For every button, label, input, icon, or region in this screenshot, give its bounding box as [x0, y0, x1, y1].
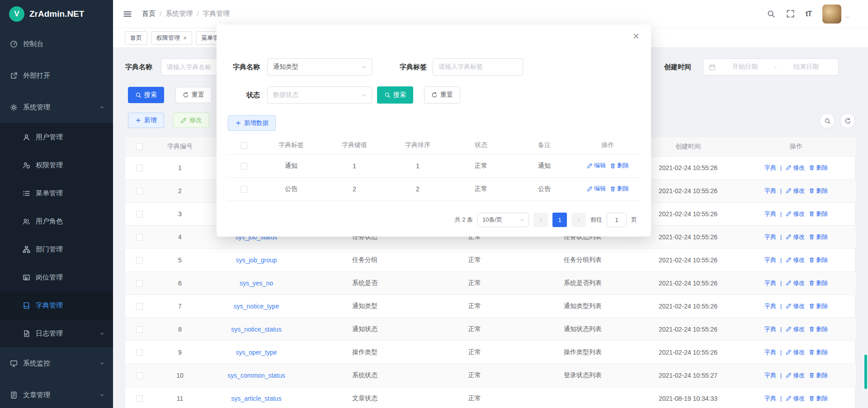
edit-link[interactable]: 修改: [786, 164, 805, 172]
toggle-search-button[interactable]: [820, 113, 835, 128]
dict-tag-input[interactable]: 请输入字典标签: [433, 58, 523, 76]
add-data-button[interactable]: 新增数据: [228, 115, 276, 131]
row-checkbox[interactable]: [136, 395, 143, 402]
edit-link[interactable]: 编辑: [587, 161, 606, 170]
sidebar-item-log-management[interactable]: 日志管理: [0, 319, 113, 347]
row-checkbox[interactable]: [136, 257, 143, 264]
delete-link[interactable]: 删除: [809, 371, 828, 380]
sidebar-item-dictionary-management[interactable]: 字典管理: [0, 291, 113, 319]
sidebar-item-system-management[interactable]: 系统管理: [0, 91, 113, 123]
delete-link[interactable]: 删除: [610, 161, 629, 170]
page-size-select[interactable]: 10条/页: [477, 213, 529, 227]
dict-type-link[interactable]: sys_notice_status: [231, 326, 281, 333]
dict-detail-link[interactable]: 字典: [764, 164, 776, 172]
hamburger-icon[interactable]: [123, 9, 132, 19]
dict-detail-link[interactable]: 字典: [764, 233, 776, 241]
current-page[interactable]: 1: [552, 213, 567, 227]
delete-link[interactable]: 删除: [809, 210, 828, 218]
edit-link[interactable]: 修改: [786, 210, 805, 218]
row-checkbox[interactable]: [136, 280, 143, 287]
delete-link[interactable]: 删除: [809, 348, 828, 356]
dialog-search-button[interactable]: 搜索: [377, 86, 413, 104]
delete-link[interactable]: 删除: [610, 185, 629, 193]
delete-link[interactable]: 删除: [809, 233, 828, 241]
dict-type-link[interactable]: sys_oper_type: [236, 349, 277, 356]
dict-type-link[interactable]: sys_notice_type: [234, 303, 279, 310]
edit-link[interactable]: 修改: [786, 233, 805, 241]
status-select[interactable]: 数据状态: [267, 86, 372, 104]
reset-button[interactable]: 重置: [175, 87, 212, 103]
search-button[interactable]: 搜索: [128, 87, 164, 103]
avatar[interactable]: [822, 5, 841, 24]
row-checkbox[interactable]: [136, 234, 143, 241]
delete-link[interactable]: 删除: [809, 256, 828, 264]
dict-detail-link[interactable]: 字典: [764, 348, 776, 356]
close-icon[interactable]: ×: [633, 31, 639, 42]
delete-link[interactable]: 删除: [809, 279, 828, 287]
dict-detail-link[interactable]: 字典: [764, 302, 776, 310]
row-checkbox[interactable]: [136, 303, 143, 310]
dict-type-link[interactable]: sys_yes_no: [240, 280, 273, 287]
row-checkbox[interactable]: [136, 211, 143, 218]
tab-1[interactable]: 权限管理×: [151, 31, 192, 45]
select-all-checkbox[interactable]: [241, 142, 247, 149]
dict-detail-link[interactable]: 字典: [764, 394, 776, 403]
edit-link[interactable]: 修改: [786, 325, 805, 333]
delete-link[interactable]: 删除: [809, 164, 828, 172]
delete-link[interactable]: 删除: [809, 187, 828, 195]
dict-detail-link[interactable]: 字典: [764, 371, 776, 380]
sidebar-item-console[interactable]: 控制台: [0, 28, 113, 60]
refresh-table-button[interactable]: [840, 113, 855, 128]
edit-link[interactable]: 修改: [786, 302, 805, 310]
sidebar-item-article-management[interactable]: 文章管理: [0, 379, 113, 408]
dict-type-link[interactable]: sys_job_group: [236, 256, 277, 264]
row-checkbox[interactable]: [136, 188, 143, 195]
dict-detail-link[interactable]: 字典: [764, 279, 776, 287]
row-checkbox[interactable]: [241, 186, 247, 193]
dict-detail-link[interactable]: 字典: [764, 256, 776, 264]
edit-link[interactable]: 修改: [786, 394, 805, 403]
breadcrumb-item[interactable]: 首页: [142, 9, 156, 18]
sidebar-item-user-management[interactable]: 用户管理: [0, 123, 113, 151]
delete-link[interactable]: 删除: [809, 394, 828, 403]
edit-link[interactable]: 修改: [786, 371, 805, 380]
edit-link[interactable]: 修改: [786, 187, 805, 195]
sidebar-item-department-management[interactable]: 部门管理: [0, 235, 113, 263]
prev-page-button[interactable]: [533, 213, 548, 227]
sidebar-item-external-open[interactable]: 外部打开: [0, 60, 113, 91]
dict-name-select[interactable]: 通知类型: [267, 58, 372, 76]
goto-page-input[interactable]: [607, 213, 627, 227]
fullscreen-icon[interactable]: [786, 9, 795, 18]
sidebar-item-post-management[interactable]: 岗位管理: [0, 263, 113, 291]
tab-0[interactable]: 首页: [125, 31, 147, 45]
create-time-range-picker[interactable]: 开始日期 - 结束日期: [703, 58, 839, 76]
search-icon[interactable]: [767, 9, 775, 18]
edit-link[interactable]: 修改: [786, 279, 805, 287]
edit-link[interactable]: 修改: [786, 256, 805, 264]
row-checkbox[interactable]: [136, 326, 143, 333]
edit-button[interactable]: 修改: [173, 113, 209, 128]
delete-link[interactable]: 删除: [809, 325, 828, 333]
sidebar-item-user-roles[interactable]: 用户角色: [0, 207, 113, 235]
next-page-button[interactable]: [571, 213, 586, 227]
delete-link[interactable]: 删除: [809, 302, 828, 310]
tab-close-icon[interactable]: ×: [183, 35, 187, 41]
chevron-down-icon[interactable]: [845, 15, 850, 20]
sidebar-item-menu-management[interactable]: 菜单管理: [0, 179, 113, 207]
row-checkbox[interactable]: [136, 165, 143, 171]
dict-detail-link[interactable]: 字典: [764, 210, 776, 218]
dialog-reset-button[interactable]: 重置: [424, 86, 460, 104]
row-checkbox[interactable]: [136, 349, 143, 356]
row-checkbox[interactable]: [136, 372, 143, 379]
scrollbar-thumb[interactable]: [864, 355, 867, 389]
edit-link[interactable]: 编辑: [587, 185, 606, 193]
dict-detail-link[interactable]: 字典: [764, 325, 776, 333]
sidebar-item-system-monitor[interactable]: 系统监控: [0, 347, 113, 379]
dict-type-link[interactable]: sys_article_status: [231, 395, 281, 402]
select-all-checkbox[interactable]: [136, 143, 143, 150]
dict-type-link[interactable]: sys_common_status: [227, 372, 285, 379]
row-checkbox[interactable]: [241, 163, 247, 170]
edit-link[interactable]: 修改: [786, 348, 805, 356]
font-size-icon[interactable]: tT: [806, 10, 811, 18]
add-button[interactable]: 新增: [128, 113, 164, 128]
